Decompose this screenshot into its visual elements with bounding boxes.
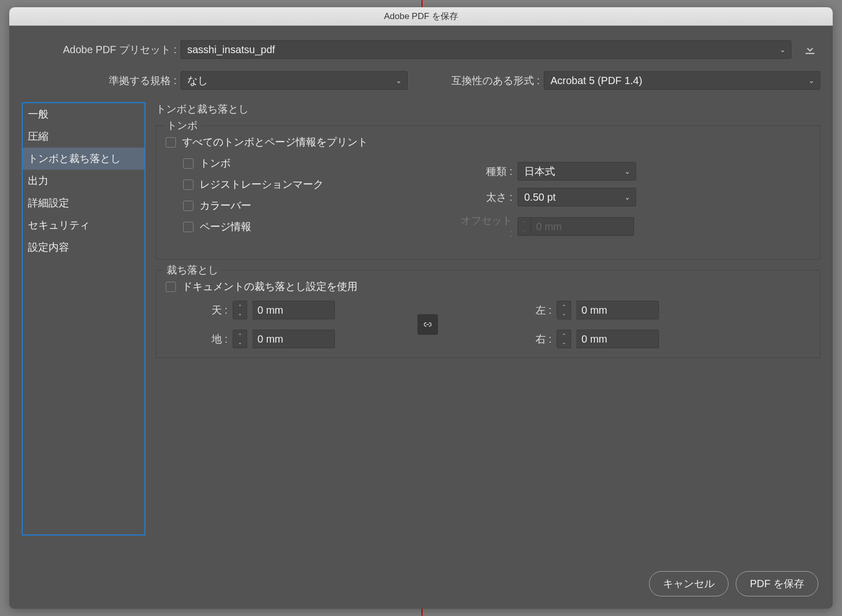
window-title: Adobe PDF を保存: [9, 7, 833, 26]
page-info-label: ページ情報: [200, 220, 251, 234]
preset-value: sasshi_insatsu_pdf: [187, 44, 275, 56]
preset-label: Adobe PDF プリセット :: [22, 43, 176, 57]
offset-input: 0 mm: [531, 217, 634, 236]
mark-weight-value: 0.50 pt: [524, 191, 556, 203]
all-marks-checkbox[interactable]: [166, 137, 176, 148]
mark-type-label: 種類 :: [456, 165, 512, 179]
bleed-top-label: 天 :: [197, 303, 228, 317]
compat-label: 互換性のある形式 :: [416, 74, 540, 88]
color-bars-checkbox[interactable]: [183, 201, 193, 211]
bleed-right-input[interactable]: 0 mm: [576, 330, 659, 348]
registration-marks-checkbox[interactable]: [183, 180, 193, 190]
bleed-right-spinner[interactable]: ⌃⌄: [557, 330, 571, 348]
bleed-bottom-input[interactable]: 0 mm: [252, 330, 335, 348]
download-icon[interactable]: [800, 40, 820, 59]
registration-marks-label: レジストレーションマーク: [200, 177, 323, 191]
use-doc-bleed-checkbox[interactable]: [166, 282, 176, 292]
bleed-right-label: 右 :: [521, 332, 552, 346]
save-pdf-button[interactable]: PDF を保存: [736, 571, 818, 596]
offset-label: オフセット :: [456, 214, 512, 239]
bleed-bottom-label: 地 :: [197, 332, 228, 346]
sidebar-item-marks-bleed[interactable]: トンボと裁ち落とし: [23, 148, 144, 170]
save-pdf-dialog: Adobe PDF を保存 Adobe PDF プリセット : sasshi_i…: [9, 7, 833, 609]
standard-label: 準拠する規格 :: [22, 74, 176, 88]
link-icon[interactable]: [417, 314, 438, 335]
sidebar-item-output[interactable]: 出力: [23, 170, 144, 192]
panel-title: トンボと裁ち落とし: [156, 102, 820, 116]
mark-weight-dropdown[interactable]: 0.50 pt ⌄: [517, 188, 636, 206]
preset-dropdown[interactable]: sasshi_insatsu_pdf ⌄: [181, 40, 791, 59]
sidebar-item-advanced[interactable]: 詳細設定: [23, 192, 144, 214]
chevron-down-icon: ⌄: [624, 193, 630, 201]
bleed-bottom-spinner[interactable]: ⌃⌄: [233, 330, 247, 348]
mark-type-dropdown[interactable]: 日本式 ⌄: [517, 162, 636, 181]
color-bars-label: カラーバー: [200, 199, 251, 213]
compat-dropdown[interactable]: Acrobat 5 (PDF 1.4) ⌄: [544, 71, 820, 90]
bleed-fieldset: 裁ち落とし ドキュメントの裁ち落とし設定を使用 天 : ⌃⌄ 0 mm: [156, 270, 820, 358]
bleed-left-label: 左 :: [521, 303, 552, 317]
trim-marks-checkbox[interactable]: [183, 158, 193, 169]
bleed-legend: 裁ち落とし: [164, 263, 221, 277]
bleed-top-input[interactable]: 0 mm: [252, 301, 335, 319]
standard-dropdown[interactable]: なし ⌄: [181, 71, 408, 90]
bleed-left-spinner[interactable]: ⌃⌄: [557, 301, 571, 319]
chevron-down-icon: ⌄: [624, 167, 630, 175]
chevron-down-icon: ⌄: [808, 76, 815, 85]
sidebar-item-summary[interactable]: 設定内容: [23, 236, 144, 258]
trim-marks-label: トンボ: [200, 156, 231, 170]
cancel-button[interactable]: キャンセル: [649, 571, 728, 596]
marks-fieldset: トンボ すべてのトンボとページ情報をプリント トンボ レジストレーションマーク: [156, 125, 820, 260]
page-info-checkbox[interactable]: [183, 222, 193, 232]
sidebar-item-general[interactable]: 一般: [23, 103, 144, 125]
marks-legend: トンボ: [164, 119, 201, 133]
compat-value: Acrobat 5 (PDF 1.4): [550, 75, 642, 87]
offset-spinner: ⌃⌄: [517, 217, 531, 236]
sidebar-item-security[interactable]: セキュリティ: [23, 214, 144, 236]
use-doc-bleed-label: ドキュメントの裁ち落とし設定を使用: [182, 280, 358, 294]
bleed-left-input[interactable]: 0 mm: [576, 301, 659, 319]
mark-weight-label: 太さ :: [456, 190, 512, 204]
sidebar-item-compression[interactable]: 圧縮: [23, 125, 144, 148]
category-sidebar: 一般 圧縮 トンボと裁ち落とし 出力 詳細設定 セキュリティ 設定内容: [22, 102, 145, 536]
bleed-top-spinner[interactable]: ⌃⌄: [233, 301, 247, 319]
chevron-down-icon: ⌄: [780, 45, 786, 54]
all-marks-label: すべてのトンボとページ情報をプリント: [182, 135, 368, 149]
chevron-down-icon: ⌄: [396, 76, 402, 85]
mark-type-value: 日本式: [524, 165, 555, 179]
standard-value: なし: [187, 74, 208, 88]
